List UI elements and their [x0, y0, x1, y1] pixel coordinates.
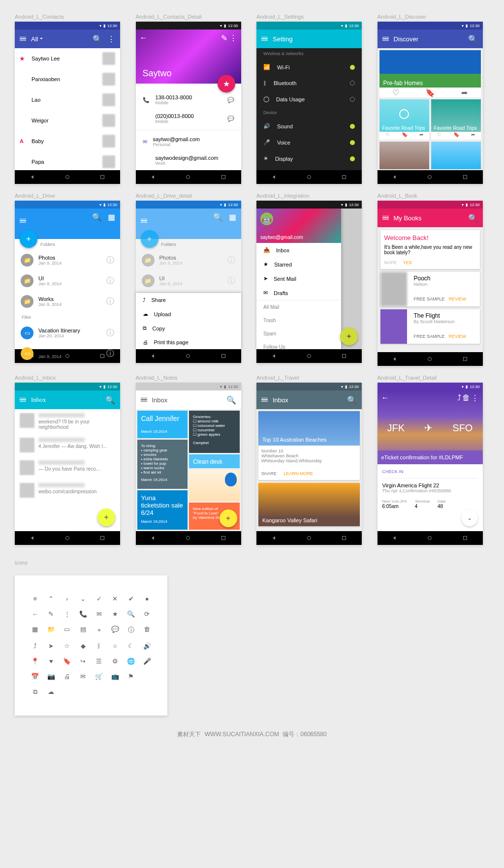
scroll-down-fab[interactable]: ⌄: [461, 509, 478, 526]
contact-row[interactable]: ABaby: [15, 131, 120, 151]
drawer-item[interactable]: ★Starred: [256, 257, 341, 271]
search-icon[interactable]: 🔍: [347, 395, 357, 405]
note-tile[interactable]: Call JenniferMarch 19,2014: [137, 411, 188, 438]
settings-row[interactable]: ◯Data Usage: [256, 91, 362, 107]
msg-icon[interactable]: 💬: [227, 97, 234, 103]
info-icon[interactable]: ⓘ: [106, 255, 114, 266]
footer-url[interactable]: WWW.SUCAITIANXIA.COM: [205, 731, 279, 738]
note-tile[interactable]: Groceries:☐ almond milk☐ coloconut water…: [189, 411, 240, 453]
nope-button[interactable]: NOPE: [384, 260, 397, 265]
info-icon[interactable]: ⓘ: [106, 349, 114, 359]
drive-item[interactable]: 📁WorksJan 9, 2014ⓘ: [15, 291, 120, 312]
contacts-filter[interactable]: All: [31, 35, 88, 43]
search-icon[interactable]: 🔍: [468, 34, 478, 44]
drive-item[interactable]: ▭KitchenJan 9, 2014ⓘ: [15, 343, 120, 364]
settings-row[interactable]: 📶Wi-Fi: [256, 59, 362, 75]
search-icon[interactable]: 🔍: [213, 212, 223, 222]
add-fab[interactable]: +: [340, 328, 358, 345]
share-icon[interactable]: ⤴: [457, 393, 461, 402]
add-fab[interactable]: +: [97, 509, 115, 526]
menu-icon[interactable]: [20, 219, 26, 223]
info-icon[interactable]: ⓘ: [106, 276, 114, 286]
info-icon[interactable]: ⓘ: [106, 297, 114, 307]
drawer-label[interactable]: Trash: [256, 314, 341, 327]
toggle[interactable]: [350, 156, 355, 161]
info-icon[interactable]: ⓘ: [106, 328, 114, 338]
search-icon[interactable]: 🔍: [92, 212, 102, 222]
contact-row[interactable]: Lao: [15, 90, 120, 110]
menu-icon[interactable]: [20, 37, 26, 41]
travel-card[interactable]: Top 10 Australian Beaches Number 10 Whit…: [258, 411, 360, 480]
delete-icon[interactable]: 🗑: [462, 393, 470, 402]
drive-item[interactable]: 📁UIJan 9, 2014ⓘ: [15, 270, 120, 291]
drawer-label[interactable]: All Mail: [256, 300, 341, 314]
edit-icon[interactable]: ✎: [221, 33, 227, 43]
contact-row[interactable]: Weigor: [15, 110, 120, 131]
toggle[interactable]: [350, 124, 355, 129]
drive-item[interactable]: ▭Vacation ItineraryJan 20, 2014ⓘ: [15, 323, 120, 343]
menu-icon[interactable]: [20, 398, 26, 402]
phone-row[interactable]: 📞138-0013-8000Mobile💬: [136, 90, 241, 109]
settings-row[interactable]: ᛒBluetooth: [256, 75, 362, 91]
sheet-item[interactable]: ⤴Share: [136, 293, 241, 307]
learn-more-button[interactable]: LEARN MORE: [284, 471, 313, 476]
toggle[interactable]: [350, 81, 355, 86]
drive-item[interactable]: 📁PhotosJan 9, 2014ⓘ: [136, 250, 241, 270]
email-row[interactable]: ✉saytwo@gmail.comPersonal: [136, 132, 241, 151]
add-fab[interactable]: +: [141, 230, 158, 248]
phone-row[interactable]: (020)0013-8000Mobile💬: [136, 109, 241, 128]
checkin-link[interactable]: CHECK IN: [382, 469, 478, 474]
drive-item[interactable]: 📁PhotosJan 9, 2014ⓘ: [15, 250, 120, 270]
bookmark-icon[interactable]: 🔖: [425, 88, 435, 97]
discover-card[interactable]: Pre-fab Homes ♡🔖➦: [379, 50, 481, 97]
menu-icon[interactable]: [261, 37, 268, 41]
menu-icon[interactable]: [382, 216, 389, 220]
inbox-item[interactable]: 4 Jennifer — Aw dang. Wish I...: [15, 434, 120, 456]
info-icon[interactable]: ⓘ: [227, 276, 235, 286]
contact-row[interactable]: ★Saytwo Lee: [15, 48, 120, 69]
inbox-item[interactable]: — Do you have Paris reco...: [15, 456, 120, 479]
add-fab[interactable]: +: [20, 230, 37, 248]
heart-icon[interactable]: ♡: [392, 88, 399, 97]
book-item[interactable]: PoochNelsonFREE SAMPLEREVIEW: [380, 272, 480, 306]
drawer-label[interactable]: Follow Up: [256, 340, 341, 354]
contact-row[interactable]: Papa: [15, 151, 120, 170]
search-icon[interactable]: 🔍: [468, 213, 478, 223]
toggle[interactable]: [350, 97, 355, 102]
inbox-item[interactable]: weibo.com/cardimpression: [15, 479, 120, 502]
more-icon[interactable]: ⋮: [107, 34, 115, 44]
more-icon[interactable]: ⋮: [229, 33, 237, 43]
settings-row[interactable]: ☀Display: [256, 150, 362, 167]
contact-row[interactable]: Panxiaoben: [15, 69, 120, 90]
toggle[interactable]: [350, 140, 355, 145]
yes-button[interactable]: YES: [403, 260, 412, 265]
toggle[interactable]: [350, 65, 355, 70]
drawer-item[interactable]: ➤Sent Mail: [256, 271, 341, 286]
info-icon[interactable]: ⓘ: [227, 255, 235, 266]
drawer-item[interactable]: 📥Inbox: [256, 243, 341, 257]
drawer-label[interactable]: Spam: [256, 327, 341, 340]
back-icon[interactable]: ←: [140, 33, 148, 42]
back-icon[interactable]: ←: [381, 393, 389, 402]
menu-icon[interactable]: [141, 398, 147, 402]
search-icon[interactable]: 🔍: [93, 34, 102, 44]
note-tile[interactable]: Yuna ticketstion sale 6/24March 19,2014: [137, 490, 188, 530]
travel-card[interactable]: Kangaroo Valley Safari: [258, 483, 360, 526]
note-tile[interactable]: [189, 470, 240, 501]
note-tile[interactable]: To bring:• camping gear• smores• extra b…: [137, 440, 188, 489]
search-icon[interactable]: 🔍: [226, 395, 236, 405]
menu-icon[interactable]: [261, 398, 268, 402]
settings-row[interactable]: 🎤Voice: [256, 134, 362, 150]
search-icon[interactable]: 🔍: [105, 395, 115, 405]
sheet-item[interactable]: ☁Upload: [136, 307, 241, 321]
discover-card[interactable]: Favorite Road Trips ♡🔖➦: [431, 99, 481, 140]
view-icon[interactable]: ▦: [229, 212, 236, 222]
drive-item[interactable]: 📁UIJan 9, 2014ⓘ: [136, 270, 241, 291]
menu-icon[interactable]: [382, 37, 389, 41]
more-icon[interactable]: ⋮: [471, 393, 479, 403]
note-tile[interactable]: Clean desk: [189, 454, 240, 468]
share-icon[interactable]: ➦: [461, 88, 468, 97]
discover-card[interactable]: Favorite Road Trips ♡🔖➦: [379, 99, 429, 140]
sheet-item[interactable]: ⧉Copy: [136, 321, 241, 335]
settings-row[interactable]: 🔊Sound: [256, 118, 362, 134]
